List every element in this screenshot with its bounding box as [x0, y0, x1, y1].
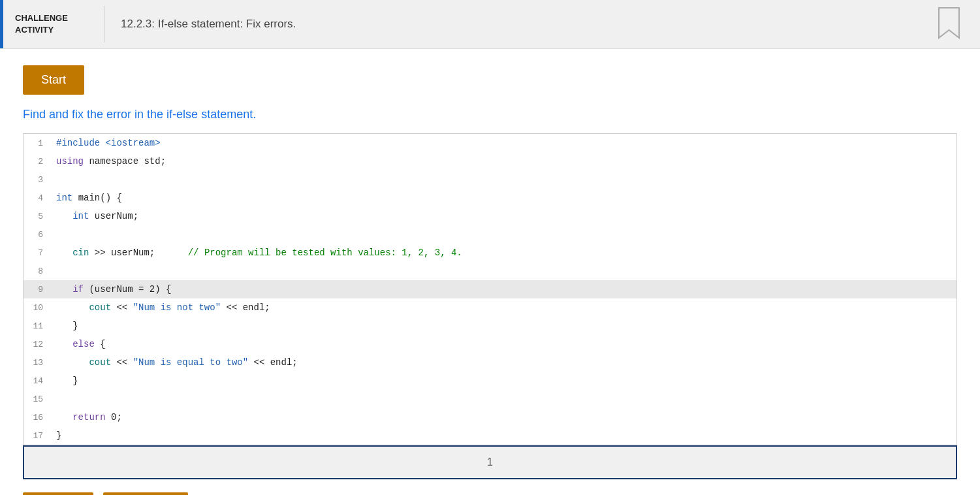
try-again-button[interactable]: Try again [103, 492, 188, 495]
code-line-17: 17 } [24, 426, 956, 445]
line-num-12: 12 [24, 340, 53, 349]
line-content-6 [53, 229, 956, 240]
line-content-4: int main() { [53, 193, 956, 203]
header: CHALLENGE ACTIVITY 12.2.3: If-else state… [0, 0, 980, 49]
code-line-10: 10 cout << "Num is not two" << endl; [24, 298, 956, 317]
line-num-5: 5 [24, 212, 53, 221]
line-num-9: 9 [24, 285, 53, 295]
start-button[interactable]: Start [23, 65, 84, 95]
badge-line1: CHALLENGE [15, 12, 92, 24]
page-wrapper: CHALLENGE ACTIVITY 12.2.3: If-else state… [0, 0, 980, 495]
line-content-17: } [53, 430, 956, 441]
line-num-8: 8 [24, 266, 53, 276]
code-line-8: 8 [24, 262, 956, 280]
code-line-16: 16 return 0; [24, 408, 956, 426]
code-line-11: 11 } [24, 317, 956, 335]
line-num-15: 15 [24, 394, 53, 404]
code-line-3: 3 [24, 170, 956, 189]
line-content-11: } [53, 321, 956, 331]
activity-title: 12.2.3: If-else statement: Fix errors. [104, 18, 312, 31]
code-line-12: 12 else { [24, 335, 956, 353]
line-content-8 [53, 266, 956, 276]
code-line-15: 15 [24, 390, 956, 408]
challenge-activity-label: CHALLENGE ACTIVITY [3, 6, 104, 42]
line-num-11: 11 [24, 321, 53, 331]
code-line-13: 13 cout << "Num is equal to two" << endl… [24, 353, 956, 372]
line-content-14: } [53, 375, 956, 386]
line-content-10: cout << "Num is not two" << endl; [53, 302, 956, 313]
line-num-16: 16 [24, 413, 53, 423]
line-num-2: 2 [24, 157, 53, 167]
code-line-7: 7 cin >> userNum; // Program will be tes… [24, 244, 956, 262]
line-num-13: 13 [24, 358, 53, 368]
bottom-buttons: Check Try again [23, 492, 957, 495]
code-line-5: 5 int userNum; [24, 207, 956, 225]
line-num-17: 17 [24, 431, 53, 441]
code-line-1: 1 #include <iostream> [24, 134, 956, 152]
code-line-6: 6 [24, 225, 956, 244]
code-line-4: 4 int main() { [24, 189, 956, 207]
line-content-12: else { [53, 339, 956, 349]
bookmark-icon [938, 7, 960, 36]
main-content: Start Find and fix the error in the if-e… [0, 49, 980, 495]
line-content-1: #include <iostream> [53, 138, 956, 148]
line-content-15 [53, 394, 956, 404]
line-num-10: 10 [24, 303, 53, 313]
line-num-4: 4 [24, 193, 53, 203]
line-num-1: 1 [24, 138, 53, 148]
badge-line2: ACTIVITY [15, 24, 92, 36]
answer-input[interactable] [24, 456, 956, 468]
code-editor: 1 #include <iostream> 2 using namespace … [23, 133, 957, 445]
line-content-9: if (userNum = 2) { [53, 284, 956, 295]
code-line-9: 9 if (userNum = 2) { [24, 280, 956, 298]
svg-marker-0 [939, 8, 959, 38]
answer-input-row[interactable] [23, 445, 957, 479]
code-line-14: 14 } [24, 372, 956, 390]
line-content-5: int userNum; [53, 211, 956, 221]
code-line-2: 2 using namespace std; [24, 152, 956, 170]
line-num-6: 6 [24, 230, 53, 240]
line-num-3: 3 [24, 175, 53, 185]
check-button[interactable]: Check [23, 492, 93, 495]
line-content-7: cin >> userNum; // Program will be teste… [53, 248, 956, 258]
line-num-14: 14 [24, 376, 53, 386]
line-content-3 [53, 174, 956, 185]
line-content-16: return 0; [53, 412, 956, 423]
line-num-7: 7 [24, 248, 53, 258]
line-content-2: using namespace std; [53, 156, 956, 167]
instruction-text: Find and fix the error in the if-else st… [23, 108, 957, 121]
line-content-13: cout << "Num is equal to two" << endl; [53, 357, 956, 368]
